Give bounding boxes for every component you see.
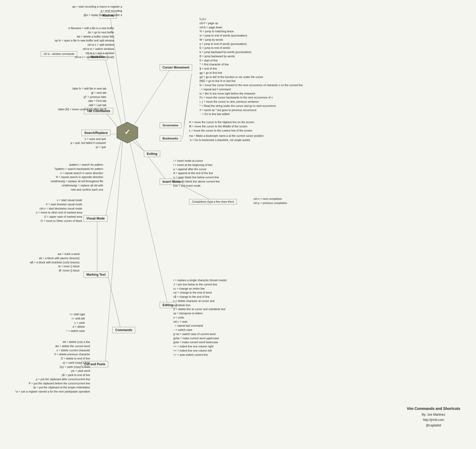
node-commands: Commands (112, 327, 135, 333)
completions-text: ctrl-n = next completion ctrl-p = previo… (253, 197, 287, 205)
svg-line-5 (105, 135, 122, 219)
tabcmds-text: :tabe fn = edit file in new tab gt = nex… (58, 87, 106, 112)
macros-text: .qa = start recording a macro in registe… (72, 5, 122, 17)
bookmarks-text: ma = Make a bookmark name a at the curre… (189, 134, 264, 142)
credit-by: By: Joe Martinez (407, 412, 460, 417)
credit-twitter: @capitalist (407, 423, 460, 428)
visualmode-text: v = start visual mode V = start linewise… (36, 198, 82, 223)
commands-text: >= shift right <= shift left y = yank d … (66, 312, 85, 333)
searchreplace-text: /pattern = search for pattern ?pattern =… (50, 163, 103, 192)
insertmode-text: i = insert mode at cursor I = insert at … (173, 159, 220, 188)
credit-website: http://jrmiii.com (407, 417, 460, 422)
screenwise-text: H = move the cursor to the Highest line … (189, 120, 254, 133)
node-searchreplace: Search/Replace (81, 130, 111, 136)
svg-text:✓: ✓ (124, 128, 130, 136)
svg-line-12 (184, 74, 192, 126)
node-visualmode: Visual Mode (83, 215, 108, 222)
svg-line-7 (129, 137, 168, 306)
node-markingtext: Marking Text (83, 272, 108, 278)
multifile-text: :e filename = edit a file in a new buffe… (54, 26, 114, 59)
cutpaste-text: dd = delete (cut) a line dw = delete the… (15, 340, 90, 394)
diagram-container: ✓ Macros .qa = start recording a macro i… (0, 0, 476, 449)
node-exiting: Exiting (144, 151, 160, 157)
center-logo: ✓ (116, 121, 139, 144)
node-completions: Completions (type a few chars then) (189, 199, 237, 205)
credit-title: Vim Commands and Shortcuts (407, 406, 460, 412)
node-screenwise: Screenwise (160, 122, 181, 128)
node-bookmarks: Bookmarks (160, 135, 181, 141)
credit-block: Vim Commands and Shortcuts By: Joe Marti… (407, 406, 460, 428)
editing-text: r = replace a single character (Iinsert … (173, 278, 227, 357)
svg-line-11 (108, 274, 121, 330)
cursormovement-text: h,j,k,l ctrl-f = page up ctrl-b = page d… (200, 17, 303, 116)
node-cursormovement: Cursor Movement (160, 64, 192, 71)
markingtext-text: aw = mark a word ab = a block with paren… (30, 252, 80, 273)
